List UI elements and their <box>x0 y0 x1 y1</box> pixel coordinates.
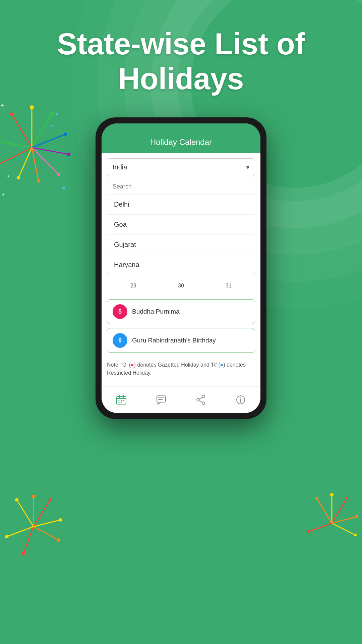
svg-point-12 <box>50 112 54 116</box>
svg-point-15 <box>57 173 60 176</box>
calendar-day: 29 <box>125 280 142 292</box>
svg-point-49 <box>346 497 348 499</box>
svg-point-61 <box>121 402 122 403</box>
svg-point-14 <box>67 153 70 156</box>
svg-point-48 <box>330 493 334 496</box>
nav-calendar-button[interactable] <box>113 391 130 408</box>
svg-point-60 <box>119 402 120 403</box>
svg-point-35 <box>32 495 35 498</box>
svg-line-2 <box>32 114 52 148</box>
list-item[interactable]: Haryana <box>107 255 255 275</box>
calendar-day: 31 <box>220 280 237 292</box>
holiday-badge-restricted: 9 <box>113 333 127 348</box>
svg-line-46 <box>308 523 332 532</box>
holiday-badge-gazetted: 5 <box>113 304 127 319</box>
dropdown-selected-value: India <box>113 163 127 171</box>
status-bar <box>102 123 260 133</box>
svg-text:✦: ✦ <box>50 123 54 128</box>
svg-line-69 <box>199 400 202 402</box>
app-header-title: Holiday Calendar <box>150 138 212 147</box>
nav-share-button[interactable] <box>192 391 209 408</box>
svg-point-17 <box>17 176 20 179</box>
svg-line-33 <box>7 527 34 537</box>
svg-line-68 <box>199 397 202 399</box>
svg-point-34 <box>15 498 18 501</box>
app-header: Holiday Calendar <box>102 133 260 153</box>
svg-point-51 <box>354 534 357 536</box>
restricted-dot-icon: ● <box>220 362 224 368</box>
country-dropdown[interactable]: India ▾ <box>107 158 255 176</box>
svg-point-23 <box>62 186 65 189</box>
holiday-list: 5 Buddha Purnima 9 Guru Rabindranath's B… <box>107 297 255 360</box>
gazetted-dot-icon: ● <box>131 362 134 368</box>
search-box[interactable] <box>107 179 255 195</box>
holiday-name: Buddha Purnima <box>132 308 180 315</box>
svg-line-9 <box>0 141 32 148</box>
svg-line-41 <box>317 498 332 523</box>
note-text: Note: 'G' (●) denotes Gazetted Holiday a… <box>107 360 255 381</box>
svg-point-52 <box>307 530 310 533</box>
svg-line-0 <box>12 114 32 148</box>
svg-line-31 <box>34 527 59 540</box>
svg-point-72 <box>240 397 241 398</box>
svg-point-67 <box>202 402 205 405</box>
phone-screen: Holiday Calendar India ▾ Delhi <box>102 123 260 413</box>
list-item[interactable]: Gujarat <box>107 235 255 255</box>
nav-chat-button[interactable] <box>153 391 170 408</box>
calendar-day: 30 <box>173 280 189 292</box>
chevron-down-icon: ▾ <box>246 164 249 171</box>
page-title: State-wise List of Holidays <box>0 0 362 110</box>
svg-point-13 <box>64 132 67 136</box>
svg-point-66 <box>197 398 199 401</box>
svg-point-50 <box>356 515 358 518</box>
holiday-date: 9 <box>118 337 122 344</box>
svg-point-36 <box>49 498 52 501</box>
phone-frame: Holiday Calendar India ▾ Delhi <box>96 117 266 419</box>
svg-point-58 <box>121 400 122 401</box>
search-input[interactable] <box>113 183 249 190</box>
firework-left-icon: ✦ ✦ ✦ <box>0 94 74 211</box>
holiday-date: 5 <box>118 308 122 315</box>
app-body: India ▾ Delhi Goa Gujarat Haryana <box>102 153 260 386</box>
svg-point-39 <box>22 552 25 555</box>
firework-bottom-right-icon <box>302 486 362 560</box>
svg-line-27 <box>17 500 34 527</box>
calendar-row: 29 30 31 <box>110 280 252 292</box>
bottom-nav <box>102 386 260 413</box>
calendar-partial: 29 30 31 <box>107 278 255 294</box>
svg-point-16 <box>37 180 40 182</box>
svg-line-8 <box>0 148 32 164</box>
svg-line-3 <box>32 134 65 148</box>
svg-line-45 <box>332 523 355 535</box>
svg-point-40 <box>5 535 8 538</box>
list-item[interactable]: Delhi <box>107 195 255 215</box>
svg-rect-62 <box>157 396 166 402</box>
firework-bottom-left-icon <box>0 493 67 577</box>
dropdown-items: Delhi Goa Gujarat Haryana <box>107 195 255 275</box>
svg-point-57 <box>119 400 120 401</box>
list-item[interactable]: Goa <box>107 215 255 235</box>
holiday-name: Guru Rabindranath's Birthday <box>132 337 216 344</box>
nav-info-button[interactable] <box>232 391 249 408</box>
holiday-item[interactable]: 9 Guru Rabindranath's Birthday <box>107 328 255 353</box>
svg-point-59 <box>123 400 124 401</box>
dropdown-list: Delhi Goa Gujarat Haryana <box>107 179 255 275</box>
svg-line-7 <box>18 148 32 178</box>
svg-point-10 <box>10 112 13 116</box>
svg-point-21 <box>56 113 58 115</box>
svg-text:✦: ✦ <box>7 174 10 179</box>
svg-point-47 <box>315 497 318 499</box>
holiday-item[interactable]: 5 Buddha Purnima <box>107 299 255 324</box>
svg-line-32 <box>23 527 34 553</box>
svg-point-38 <box>57 538 60 542</box>
svg-point-65 <box>202 395 205 398</box>
svg-point-37 <box>59 518 62 522</box>
svg-point-22 <box>2 194 4 196</box>
